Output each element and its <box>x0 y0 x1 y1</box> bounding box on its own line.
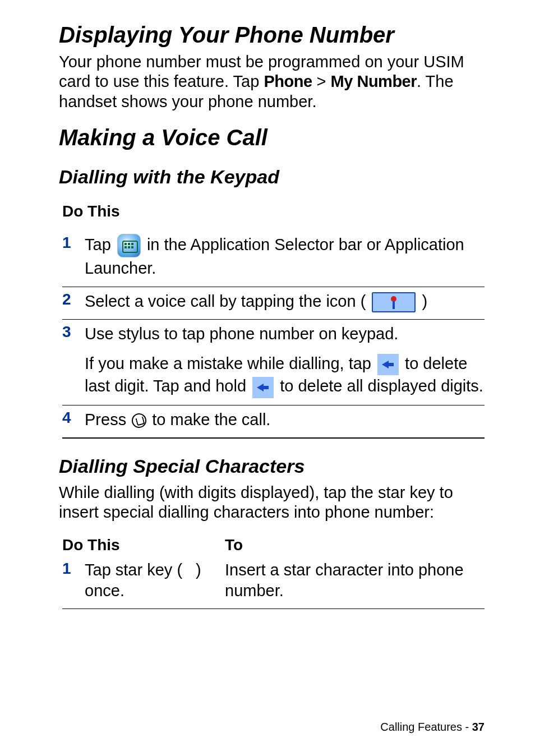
step-row-1: 1 Tap in the Application Selector bar or… <box>62 231 485 287</box>
step-number: 2 <box>62 291 85 308</box>
table-header-row: Do This To <box>62 536 485 554</box>
special-chars-table: Do This To 1 Tap star key () once. Inser… <box>59 536 485 609</box>
call-button-icon <box>132 413 146 428</box>
heading-dialling-special: Dialling Special Characters <box>59 455 485 477</box>
heading-displaying-phone-number: Displaying Your Phone Number <box>59 22 485 48</box>
page-number: 37 <box>472 721 485 733</box>
step-number: 4 <box>62 409 85 427</box>
cell-do-this: Tap star key () once. <box>85 560 225 602</box>
phone-app-icon <box>117 234 141 257</box>
text: Tap <box>85 236 116 253</box>
step-body: Press to make the call. <box>85 409 485 431</box>
steps-table: Do This 1 Tap in the Application Selecto… <box>62 202 485 439</box>
step-body: Tap in the Application Selector bar or A… <box>85 234 485 279</box>
para-special-chars: While dialling (with digits displayed), … <box>59 483 485 523</box>
text: to make the call. <box>147 411 270 428</box>
text: Press <box>85 411 131 428</box>
voice-call-tab-icon <box>372 292 416 312</box>
text: Tap star key ( <box>85 561 182 579</box>
step-body: Select a voice call by tapping the icon … <box>85 291 485 312</box>
step-number: 3 <box>62 323 85 341</box>
heading-making-voice-call: Making a Voice Call <box>59 125 485 150</box>
step-row-4: 4 Press to make the call. <box>62 405 485 439</box>
para-display-number: Your phone number must be programmed on … <box>59 52 485 112</box>
page-footer: Calling Features - 37 <box>380 721 485 734</box>
footer-section-label: Calling Features - <box>380 721 472 733</box>
ui-label-my-number: My Number <box>331 72 417 90</box>
text: If you make a mistake while dialling, ta… <box>85 354 376 372</box>
column-header-to: To <box>225 536 485 554</box>
step-row-2: 2 Select a voice call by tapping the ico… <box>62 287 485 320</box>
text: ) <box>422 292 427 310</box>
delete-arrow-icon <box>252 377 274 398</box>
step-body: Use stylus to tap phone number on keypad… <box>85 323 485 398</box>
step-number: 1 <box>62 560 85 578</box>
step-number: 1 <box>62 234 85 252</box>
text: to delete all displayed digits. <box>280 377 483 395</box>
column-header-do-this: Do This <box>62 202 485 220</box>
column-header-do-this: Do This <box>62 536 225 554</box>
delete-arrow-icon <box>377 354 399 375</box>
step-row-3: 3 Use stylus to tap phone number on keyp… <box>62 320 485 405</box>
heading-dialling-keypad: Dialling with the Keypad <box>59 166 485 188</box>
ui-label-phone: Phone <box>264 72 312 90</box>
text: Select a voice call by tapping the icon … <box>85 292 366 310</box>
text: Use stylus to tap phone number on keypad… <box>85 323 485 345</box>
table-row: 1 Tap star key () once. Insert a star ch… <box>62 560 485 609</box>
text: in the Application Selector bar or Appli… <box>85 236 464 277</box>
page: Displaying Your Phone Number Your phone … <box>0 0 535 756</box>
step-subtext: If you make a mistake while dialling, ta… <box>85 353 485 398</box>
cell-to: Insert a star character into phone numbe… <box>225 560 485 602</box>
text: > <box>312 72 331 90</box>
